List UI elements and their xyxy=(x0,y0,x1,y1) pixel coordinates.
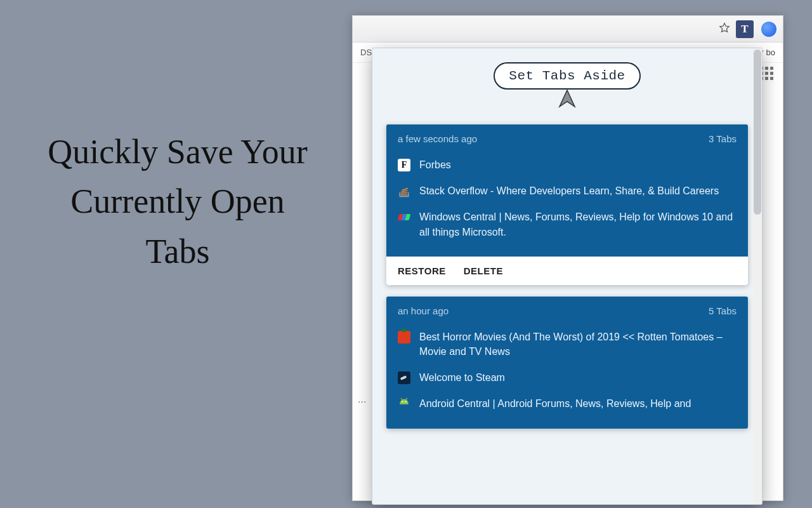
truncation-ellipsis: ... xyxy=(358,394,366,405)
tab-title: Stack Overflow - Where Developers Learn,… xyxy=(419,184,737,198)
stackoverflow-favicon-icon xyxy=(398,185,410,197)
set-tabs-aside-button[interactable]: Set Tabs Aside xyxy=(494,62,640,90)
tab-row[interactable]: Windows Central | News, Forums, Reviews,… xyxy=(398,204,737,244)
delete-button[interactable]: DELETE xyxy=(464,265,503,276)
tab-group-card: a few seconds ago 3 Tabs F Forbes Stack … xyxy=(386,124,748,285)
extension-popup: Set Tabs Aside a few seconds ago 3 Tabs … xyxy=(372,48,763,505)
group-actions: RESTORE DELETE xyxy=(386,257,748,285)
group-tab-count: 3 Tabs xyxy=(709,133,737,144)
profile-avatar-icon[interactable] xyxy=(761,22,776,37)
bookmark-item[interactable]: r bo xyxy=(761,48,775,57)
tab-title: Android Central | Android Forums, News, … xyxy=(419,396,737,411)
tab-row[interactable]: Android Central | Android Forums, News, … xyxy=(398,391,737,417)
forbes-favicon-icon: F xyxy=(398,159,410,171)
popup-header: Set Tabs Aside xyxy=(372,48,762,119)
scrollbar-thumb[interactable] xyxy=(754,50,761,215)
svg-rect-0 xyxy=(401,194,407,196)
svg-line-7 xyxy=(406,398,407,400)
group-timestamp: a few seconds ago xyxy=(398,133,477,144)
tab-title: Forbes xyxy=(419,157,737,172)
svg-point-4 xyxy=(402,401,403,403)
browser-toolbar: T xyxy=(353,16,783,43)
tab-title: Best Horror Movies (And The Worst) of 20… xyxy=(419,330,737,359)
promo-headline: Quickly Save Your Currently Open Tabs xyxy=(38,127,317,276)
rottentomatoes-favicon-icon xyxy=(398,331,410,344)
cursor-arrow-icon xyxy=(556,88,579,113)
svg-rect-1 xyxy=(401,192,407,194)
restore-button[interactable]: RESTORE xyxy=(398,265,446,276)
bookmark-star-icon[interactable] xyxy=(718,22,731,37)
group-timestamp: an hour ago xyxy=(398,305,449,316)
svg-line-6 xyxy=(401,398,402,400)
windowscentral-favicon-icon xyxy=(398,211,410,224)
group-tab-count: 5 Tabs xyxy=(709,305,737,316)
bookmark-item[interactable]: DS xyxy=(360,48,372,57)
tab-row[interactable]: Stack Overflow - Where Developers Learn,… xyxy=(398,178,737,204)
androidcentral-favicon-icon xyxy=(398,398,410,410)
extension-badge[interactable]: T xyxy=(736,20,754,38)
steam-favicon-icon xyxy=(398,371,410,384)
tab-row[interactable]: F Forbes xyxy=(398,152,737,178)
tab-title: Welcome to Steam xyxy=(419,370,737,385)
tab-group-card: an hour ago 5 Tabs Best Horror Movies (A… xyxy=(386,297,748,429)
scrollbar-track[interactable] xyxy=(753,48,762,504)
tab-row[interactable]: Best Horror Movies (And The Worst) of 20… xyxy=(398,324,737,364)
tab-row[interactable]: Welcome to Steam xyxy=(398,364,737,391)
svg-point-5 xyxy=(405,401,406,403)
tab-title: Windows Central | News, Forums, Reviews,… xyxy=(419,210,737,239)
browser-window: T DS r bo ... Set Tabs Aside a few secon… xyxy=(352,15,783,501)
